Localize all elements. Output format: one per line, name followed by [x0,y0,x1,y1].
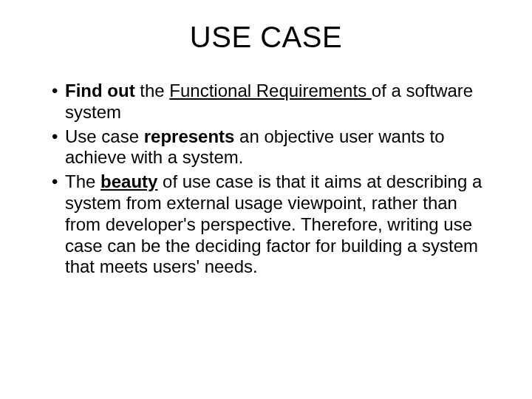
text-underline: Functional Requirements [169,81,371,100]
bullet-list: Find out the Functional Requirements of … [30,81,502,278]
text-bold: Find out [65,81,140,100]
list-item: Find out the Functional Requirements of … [52,81,488,123]
text: the [140,81,169,100]
text-bold-underline: beauty [100,171,157,191]
slide-title: USE CASE [30,21,502,54]
list-item: The beauty of use case is that it aims a… [52,171,488,278]
text: The [65,171,100,191]
text: Use case [65,126,144,146]
slide: USE CASE Find out the Functional Require… [0,0,532,399]
text-bold: represents [144,126,235,146]
list-item: Use case represents an objective user wa… [52,126,488,169]
